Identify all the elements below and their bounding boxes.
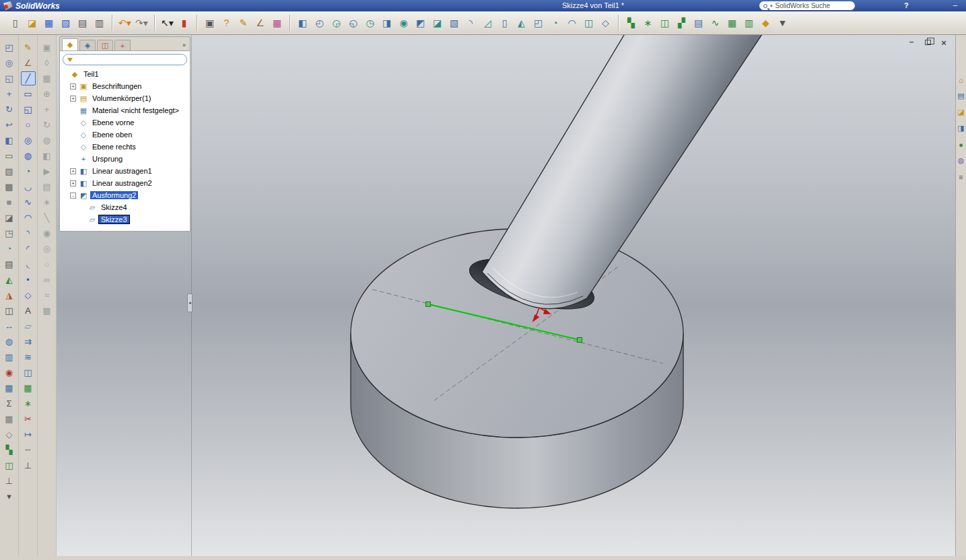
swept-boss-icon[interactable]: ◶ [328,15,345,32]
linear-sketch-pattern-icon[interactable]: ▦ [21,381,36,395]
parting-line-icon[interactable]: ◫ [2,304,17,318]
sketch-pencil-icon[interactable]: ✎ [21,40,36,55]
draft-analysis-icon[interactable]: ◭ [2,273,17,287]
hole-wizard-icon[interactable]: ◉ [395,15,412,32]
sketch-endpoint-right[interactable] [578,338,582,343]
lofted-boss-icon[interactable]: ◵ [345,15,361,32]
tree-item-ausformung2[interactable]: - ◩ Ausformung2 [60,189,190,201]
circular-pattern-icon[interactable]: ∗ [640,15,656,32]
center-rectangle-icon[interactable]: ◱ [21,102,36,116]
view-orientation-icon[interactable]: ◰ [2,40,17,55]
extruded-boss-icon[interactable]: ◧ [294,15,311,32]
dimxpert-icon[interactable]: ◇ [2,427,17,442]
display-relations-icon[interactable]: ⊥ [21,458,36,473]
print-preview-icon[interactable]: ▥ [91,15,108,32]
doc-close-button[interactable]: × [939,38,948,46]
draft-icon[interactable]: ◭ [513,15,530,32]
print-icon[interactable]: ▤ [74,15,91,32]
new-document-icon[interactable]: ▯ [7,15,24,32]
construction-geometry-icon[interactable]: ╌ [21,443,36,457]
tree-item-material[interactable]: ▦ Material <nicht festgelegt> [60,104,190,116]
tree-expander[interactable]: + [70,96,76,102]
mirror-icon[interactable]: ◫ [2,458,17,473]
parabola-icon[interactable]: ◡ [21,180,36,194]
file-explorer-icon[interactable]: ◪ [956,106,966,118]
doc-restore-button[interactable] [923,38,932,46]
doc-minimize-button[interactable]: – [907,38,916,46]
exploded-view-icon[interactable]: ∗ [40,195,55,209]
hole-alignment-icon[interactable]: ○ [40,257,55,271]
tangent-arc-icon[interactable]: ◝ [21,226,36,240]
tree-item-skizze3[interactable]: ▱ Skizze3 [60,213,190,225]
tree-expander[interactable]: + [70,180,76,186]
help-button[interactable]: ? [904,0,909,11]
smart-fasteners-icon[interactable]: ⊕ [40,87,55,101]
shaded-edges-icon[interactable]: ▩ [2,180,17,194]
revolved-boss-icon[interactable]: ◴ [311,15,328,32]
assembly-features-icon[interactable]: ◧ [40,149,55,163]
linear-component-pattern-icon[interactable]: ▦ [40,71,55,85]
three-point-arc-icon[interactable]: ◜ [21,242,36,256]
partial-ellipse-icon[interactable]: ◔ [21,164,36,178]
tree-expander[interactable]: + [70,83,76,90]
tree-item-volumenkoerper[interactable]: + ▤ Volumenkörper(1) [60,92,190,104]
tree-item-ebene-vorne[interactable]: ◇ Ebene vorne [60,116,190,129]
graphics-area[interactable]: – × ◂ [57,35,955,556]
appearances-icon[interactable]: ● [956,139,966,150]
chamfer-icon[interactable]: ◿ [479,15,496,32]
pan-icon[interactable]: + [2,87,17,101]
selection-filter-icon[interactable]: ▼ [774,15,791,32]
open-document-icon[interactable]: ◪ [24,15,40,32]
tree-item-linear-austragen2[interactable]: + ◧ Linear austragen2 [60,177,190,189]
dimxpertmanager-tab[interactable]: + [114,40,131,50]
rotate-view-icon[interactable]: ↻ [2,102,17,116]
select-arrow-icon[interactable]: ↖▾ [159,15,176,32]
view-palette-icon[interactable]: ◨ [956,123,966,134]
fill-pattern-icon[interactable]: ▦ [724,15,740,32]
dome-icon[interactable]: ◠ [563,15,580,32]
sketch-driven-pattern-icon[interactable]: ▞ [673,15,690,32]
line-icon[interactable]: ╱ [21,71,36,85]
hidden-lines-icon[interactable]: ▨ [2,164,17,178]
trim-entities-icon[interactable]: ✂ [21,412,36,426]
large-assembly-mode-icon[interactable]: ▩ [40,304,55,318]
tabs-overflow-chevron[interactable]: » [182,42,188,50]
table-driven-pattern-icon[interactable]: ▤ [690,15,707,32]
propertymanager-tab[interactable]: ◈ [79,40,96,50]
mass-properties-icon[interactable]: ◍ [2,335,17,349]
rectangle-icon[interactable]: ▭ [21,87,36,101]
explode-line-icon[interactable]: ╲ [40,211,55,225]
solidworks-resources-icon[interactable]: ⌂ [956,74,966,85]
revolved-cut-icon[interactable]: ◩ [412,15,429,32]
wrap-icon[interactable]: ◔ [547,15,563,32]
help-icon[interactable]: ? [218,15,235,32]
tree-item-linear-austragen1[interactable]: + ◧ Linear austragen1 [60,165,190,177]
zoom-fit-icon[interactable]: ◎ [2,56,17,70]
toolbar-overflow-chevron[interactable]: ▾ [2,489,17,503]
section-properties-icon[interactable]: ▥ [2,350,17,364]
mirror-entities-icon[interactable]: ◫ [21,365,36,380]
options-icon[interactable]: ▣ [201,15,218,32]
sketch-fillet-icon[interactable]: ◟ [21,257,36,271]
redo-icon[interactable]: ↷▾ [133,15,150,32]
mate-icon[interactable]: ◊ [40,56,55,70]
ellipse-icon[interactable]: ◍ [21,149,36,163]
featuremanager-tab[interactable]: ◆ [62,38,78,50]
show-hidden-components-icon[interactable]: ◍ [40,133,55,147]
window-minimize-button[interactable]: – [953,0,957,11]
tree-item-ebene-rechts[interactable]: ◇ Ebene rechts [60,141,190,153]
spline-icon[interactable]: ∿ [21,195,36,209]
boundary-boss-icon[interactable]: ◷ [361,15,378,32]
rib-icon[interactable]: ▯ [496,15,513,32]
rebuild-icon[interactable]: ▮ [176,15,193,32]
tree-expander[interactable]: + [70,168,76,174]
sketch-endpoint-left[interactable] [426,302,431,307]
polygon-icon[interactable]: ◇ [21,288,36,302]
belt-chain-icon[interactable]: ∞ [40,273,55,287]
mirror-pattern-icon[interactable]: ◫ [656,15,673,32]
centerpoint-arc-icon[interactable]: ◠ [21,211,36,225]
equations-icon[interactable]: Σ [2,396,17,411]
relations-icon[interactable]: ⊥ [2,474,17,488]
save-as-icon[interactable]: ▧ [57,15,74,32]
perimeter-circle-icon[interactable]: ◎ [21,133,36,147]
